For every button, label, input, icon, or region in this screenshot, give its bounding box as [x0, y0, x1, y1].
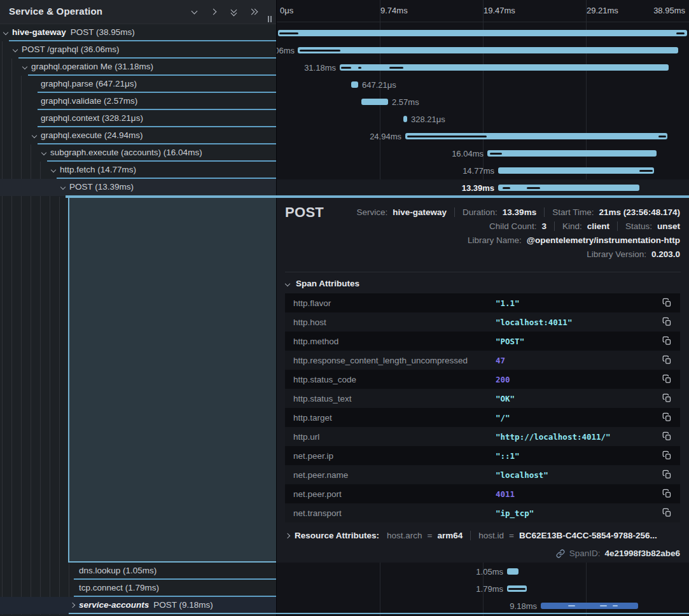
copy-icon[interactable]: [662, 355, 672, 365]
child-span-marker: [613, 605, 618, 606]
info-value: 0.203.0: [651, 249, 680, 259]
tree-row[interactable]: dns.lookup (1.05ms): [0, 563, 276, 580]
attribute-key: http.url: [293, 432, 319, 442]
child-span-marker: [658, 136, 666, 137]
tree-row[interactable]: http.fetch (14.77ms): [0, 162, 276, 179]
tree-row[interactable]: POST /graphql (36.06ms): [0, 41, 276, 59]
child-span-marker: [508, 588, 525, 590]
double-chevron-right-icon[interactable]: [249, 8, 258, 17]
attribute-key: net.transport: [293, 508, 342, 518]
axis-tick: 0μs: [280, 6, 293, 15]
chevron-down-icon[interactable]: [3, 30, 8, 35]
resource-key: host.arch: [387, 531, 422, 540]
chevron-down-icon: [285, 281, 290, 286]
attribute-key: http.response_content_length_uncompresse…: [293, 356, 468, 365]
copy-icon[interactable]: [662, 374, 672, 384]
tree-row[interactable]: tcp.connect (1.79ms): [0, 580, 276, 597]
tree-row[interactable]: graphql.parse (647.21μs): [0, 76, 276, 93]
span-bar[interactable]: [278, 30, 687, 36]
span-label: tcp.connect (1.79ms): [79, 583, 159, 592]
chevron-down-icon[interactable]: [190, 8, 199, 17]
duration-label: 1.05ms: [476, 567, 503, 577]
span-bar[interactable]: [298, 47, 678, 53]
child-span-marker: [600, 605, 607, 606]
copy-icon[interactable]: [662, 317, 672, 327]
info-value: 3: [541, 221, 546, 231]
attribute-key: net.peer.port: [293, 489, 342, 499]
divider: [454, 207, 455, 217]
info-label: Duration:: [463, 207, 498, 217]
attribute-value: "localhost": [496, 470, 548, 480]
child-span-marker: [358, 67, 361, 69]
chevron-down-icon[interactable]: [22, 64, 27, 69]
child-span-marker: [389, 67, 403, 69]
attribute-value: 47: [496, 356, 505, 365]
span-label: graphql.parse (647.21μs): [41, 79, 137, 88]
chevron-down-icon[interactable]: [51, 167, 56, 172]
info-label: Child Count:: [489, 221, 536, 231]
chevron-right-icon[interactable]: [70, 603, 75, 608]
resource-attributes-row[interactable]: Resource Attributes: host.arch=arm64host…: [286, 531, 657, 540]
timeline-axis: 0μs9.74ms19.47ms29.21ms38.95ms: [277, 0, 689, 22]
chevron-down-icon[interactable]: [60, 185, 66, 190]
tree-row[interactable]: graphql.validate (2.57ms): [0, 93, 276, 110]
tree-row[interactable]: hive-gatewayPOST (38.95ms): [0, 24, 276, 41]
attribute-row: net.transport"ip_tcp": [285, 503, 680, 522]
panel-resize-grip[interactable]: [267, 16, 272, 22]
chevron-down-icon[interactable]: [41, 150, 46, 155]
link-icon[interactable]: [556, 549, 565, 558]
selected-span-underline: [66, 195, 689, 198]
tree-row[interactable]: POST (13.39ms): [0, 179, 276, 196]
attribute-row: http.flavor"1.1": [285, 293, 680, 312]
span-bar[interactable]: [498, 185, 639, 191]
copy-icon[interactable]: [662, 451, 672, 461]
copy-icon[interactable]: [662, 431, 672, 442]
info-value: unset: [657, 221, 680, 231]
copy-icon[interactable]: [662, 336, 672, 346]
span-bar[interactable]: [487, 150, 657, 157]
service-operation-panel: hive-gatewayPOST (38.95ms)POST /graphql …: [0, 0, 276, 616]
tree-row[interactable]: graphql.context (328.21μs): [0, 110, 276, 127]
info-label: Start Time:: [552, 207, 594, 217]
tree-row[interactable]: subgraph.execute (accounts) (16.04ms): [0, 144, 276, 162]
double-chevron-down-icon[interactable]: [230, 8, 239, 17]
copy-icon[interactable]: [662, 393, 672, 403]
duration-label: 328.21μs: [411, 115, 445, 124]
copy-icon[interactable]: [662, 508, 672, 518]
attribute-value: "ip_tcp": [496, 508, 534, 518]
chevron-down-icon[interactable]: [13, 47, 18, 52]
copy-icon[interactable]: [662, 489, 672, 499]
chevron-right-icon: [285, 533, 290, 538]
axis-tick: 29.21ms: [587, 6, 618, 15]
span-bar[interactable]: [351, 81, 358, 88]
attribute-value: "POST": [496, 337, 524, 346]
attribute-value: 200: [496, 375, 510, 384]
child-span-marker: [527, 187, 540, 189]
span-bar[interactable]: [403, 116, 407, 122]
chevron-down-icon[interactable]: [32, 133, 37, 138]
panel-divider[interactable]: [276, 0, 277, 616]
span-bar[interactable]: [498, 167, 654, 174]
attribute-row: http.method"POST": [285, 332, 680, 351]
child-span-marker: [407, 136, 487, 137]
copy-icon[interactable]: [662, 470, 672, 480]
child-span-marker: [300, 50, 340, 52]
span-detail-panel: POST Service:hive-gatewayDuration:13.39m…: [277, 198, 689, 563]
tree-row[interactable]: service-accountsPOST (9.18ms): [0, 597, 276, 614]
copy-icon[interactable]: [662, 412, 672, 423]
attribute-value: "1.1": [496, 298, 520, 308]
span-attributes-header[interactable]: Span Attributes: [286, 279, 359, 288]
span-bar[interactable]: [541, 603, 638, 609]
span-bar[interactable]: [507, 568, 518, 575]
copy-icon[interactable]: [662, 298, 672, 308]
tree-row[interactable]: graphql.operation Me (31.18ms): [0, 59, 276, 76]
duration-label: 647.21μs: [362, 80, 396, 90]
tree-row[interactable]: graphql.execute (24.94ms): [0, 127, 276, 144]
span-bar[interactable]: [361, 99, 388, 105]
chevron-right-icon[interactable]: [210, 8, 219, 17]
resource-key: host.id: [478, 531, 504, 540]
child-span-marker: [490, 153, 502, 155]
info-value: 13.39ms: [503, 207, 536, 217]
span-label: graphql.validate (2.57ms): [41, 96, 137, 106]
timeline-panel: 0μs9.74ms19.47ms29.21ms38.95ms 36.06ms31…: [277, 0, 689, 616]
